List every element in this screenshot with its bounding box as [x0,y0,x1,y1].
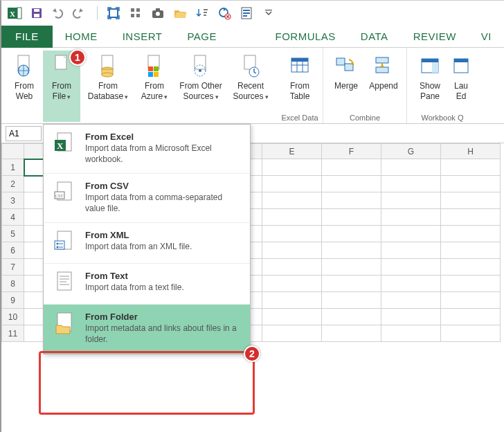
qat-customize-icon[interactable] [260,4,278,22]
menu-from-csv[interactable]: CSV From CSV Import data from a comma-se… [44,174,250,223]
name-box[interactable] [6,126,42,141]
row-header-10[interactable]: 10 [2,309,24,325]
recent-sources-button[interactable]: Recent Sources [228,51,273,122]
row-header-8[interactable]: 8 [2,276,24,292]
show-pane-button[interactable]: Show Pane [411,51,449,112]
cell-F1[interactable] [322,159,381,176]
menu-from-folder[interactable]: From Folder Import metadata and links ab… [44,305,250,353]
row-header-9[interactable]: 9 [2,292,24,309]
cell-H4[interactable] [441,209,501,226]
cell-G9[interactable] [381,292,441,309]
row-header-5[interactable]: 5 [2,226,24,242]
ribbon-group-excel-data: From Table Excel Data [277,48,323,123]
tab-data[interactable]: DATA [348,26,401,48]
cell-G10[interactable] [381,309,441,325]
cell-F2[interactable] [322,176,381,192]
from-database-button[interactable]: From Database [80,51,136,122]
row-header-7[interactable]: 7 [2,259,24,276]
cell-F11[interactable] [322,325,381,342]
undo-icon[interactable] [50,4,68,22]
tab-home[interactable]: HOME [53,26,110,48]
cell-E7[interactable] [262,259,322,276]
col-header-H[interactable]: H [441,144,501,159]
svg-rect-6 [109,9,118,17]
from-azure-button[interactable]: From Azure [136,51,173,122]
cell-H2[interactable] [441,176,501,192]
row-header-2[interactable]: 2 [2,176,24,192]
combine-group-label: Combine [350,112,380,122]
cell-E9[interactable] [262,292,322,309]
fullscreen-icon[interactable] [105,4,123,22]
cell-E4[interactable] [262,209,322,226]
from-other-sources-button[interactable]: From Other Sources [173,51,228,122]
cell-E5[interactable] [262,226,322,242]
cell-G1[interactable] [381,159,441,176]
row-header-6[interactable]: 6 [2,242,24,259]
cell-G8[interactable] [381,276,441,292]
tab-file[interactable]: FILE [1,26,53,48]
save-icon[interactable] [28,4,46,22]
cell-H10[interactable] [441,309,501,325]
cell-E11[interactable] [262,325,322,342]
row-header-11[interactable]: 11 [2,325,24,342]
cell-F10[interactable] [322,309,381,325]
cell-E10[interactable] [262,309,322,325]
select-all-corner[interactable] [2,144,24,159]
row-header-3[interactable]: 3 [2,192,24,209]
cell-H1[interactable] [441,159,501,176]
cell-F5[interactable] [322,226,381,242]
cell-F4[interactable] [322,209,381,226]
cell-E3[interactable] [262,192,322,209]
tab-insert[interactable]: INSERT [110,26,175,48]
cell-G11[interactable] [381,325,441,342]
cell-H8[interactable] [441,276,501,292]
from-web-button[interactable]: From Web [6,51,43,122]
cell-F7[interactable] [322,259,381,276]
menu-from-text[interactable]: From Text Import data from a text file. [44,264,250,305]
from-table-button[interactable]: From Table [281,51,318,112]
form-icon[interactable] [237,4,255,22]
cell-H3[interactable] [441,192,501,209]
grid-icon[interactable] [127,4,145,22]
tab-formulas[interactable]: FORMULAS [263,26,348,48]
cell-E2[interactable] [262,176,322,192]
cell-G7[interactable] [381,259,441,276]
cell-H9[interactable] [441,292,501,309]
cell-E6[interactable] [262,242,322,259]
col-header-F[interactable]: F [322,144,381,159]
cell-F9[interactable] [322,292,381,309]
cell-F3[interactable] [322,192,381,209]
tab-view[interactable]: VI [469,26,504,48]
svg-point-35 [199,69,201,72]
camera-icon[interactable] [149,4,167,22]
merge-button[interactable]: Merge [327,51,365,112]
sort-icon[interactable] [193,4,211,22]
cell-H6[interactable] [441,242,501,259]
cell-G2[interactable] [381,176,441,192]
svg-rect-48 [454,59,468,62]
menu-from-excel[interactable]: X From Excel Import data from a Microsof… [44,125,250,174]
col-header-G[interactable]: G [381,144,441,159]
cell-H7[interactable] [441,259,501,276]
cell-H5[interactable] [441,226,501,242]
cell-G4[interactable] [381,209,441,226]
row-header-4[interactable]: 4 [2,209,24,226]
cell-F8[interactable] [322,276,381,292]
tab-page-layout[interactable]: PAGE LAYOUT [174,26,262,48]
tab-review[interactable]: REVIEW [401,26,469,48]
redo-icon[interactable] [72,4,90,22]
cell-H11[interactable] [441,325,501,342]
cell-G5[interactable] [381,226,441,242]
col-header-E[interactable]: E [262,144,322,159]
menu-from-xml[interactable]: From XML Import data from an XML file. [44,223,250,264]
cell-F6[interactable] [322,242,381,259]
append-button[interactable]: Append [365,51,402,112]
row-header-1[interactable]: 1 [2,159,24,176]
folder-open-icon[interactable] [171,4,189,22]
cell-G3[interactable] [381,192,441,209]
cell-E1[interactable] [262,159,322,176]
refresh-cancel-icon[interactable] [215,4,233,22]
launch-editor-button[interactable]: Lau Ed [449,51,474,112]
cell-E8[interactable] [262,276,322,292]
cell-G6[interactable] [381,242,441,259]
